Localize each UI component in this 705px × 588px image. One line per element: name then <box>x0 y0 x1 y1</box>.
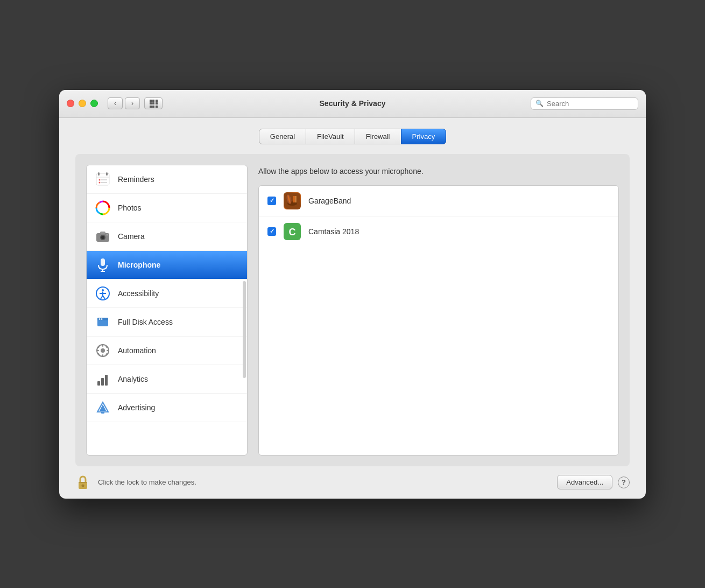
camera-label: Camera <box>118 232 145 241</box>
panel-description: Allow the apps below to access your micr… <box>258 165 619 178</box>
sidebar-item-microphone[interactable]: Microphone <box>87 251 247 279</box>
sidebar-item-photos[interactable]: Photos <box>87 194 247 222</box>
sidebar: Reminders <box>86 165 248 456</box>
grid-icon <box>150 100 158 108</box>
svg-rect-14 <box>101 258 105 266</box>
tab-privacy[interactable]: Privacy <box>401 129 447 144</box>
tab-general[interactable]: General <box>259 129 306 144</box>
camtasia-icon: C <box>284 223 301 240</box>
advertising-icon <box>94 399 111 416</box>
fulldisk-icon <box>94 313 111 331</box>
search-icon: 🔍 <box>535 100 544 107</box>
bottom-right: Advanced... ? <box>557 475 630 489</box>
table-row: ✓ <box>259 186 618 216</box>
maximize-button[interactable] <box>90 100 98 107</box>
accessibility-icon <box>94 285 111 302</box>
svg-point-18 <box>102 289 104 291</box>
sidebar-item-fulldiskaccess[interactable]: Full Disk Access <box>87 308 247 337</box>
svg-rect-29 <box>102 344 103 347</box>
automation-label: Automation <box>118 346 156 355</box>
traffic-lights <box>67 100 98 107</box>
svg-text:C: C <box>289 227 296 237</box>
svg-point-26 <box>101 318 103 320</box>
svg-point-4 <box>99 179 101 180</box>
analytics-icon <box>94 370 111 388</box>
lock-text: Click the lock to make changes. <box>98 478 196 486</box>
svg-rect-30 <box>102 354 103 357</box>
svg-point-59 <box>82 484 84 487</box>
svg-rect-38 <box>101 378 104 386</box>
fulldisk-label: Full Disk Access <box>118 318 173 326</box>
photos-icon <box>94 199 111 216</box>
automation-icon <box>94 342 111 359</box>
svg-rect-2 <box>106 172 108 176</box>
search-box[interactable]: 🔍 <box>531 97 638 110</box>
titlebar: ‹ › Security & Privacy 🔍 <box>59 90 646 118</box>
svg-rect-58 <box>79 482 87 483</box>
camera-icon <box>94 228 111 245</box>
microphone-icon <box>94 256 111 274</box>
forward-button[interactable]: › <box>125 97 140 109</box>
lock-button[interactable] <box>75 475 90 490</box>
content-area: General FileVault Firewall Privacy <box>59 118 646 466</box>
accessibility-label: Accessibility <box>118 289 159 298</box>
grid-button[interactable] <box>144 97 163 109</box>
microphone-label: Microphone <box>118 261 160 269</box>
svg-rect-31 <box>96 350 99 351</box>
camtasia-name: Camtasia 2018 <box>308 227 359 236</box>
svg-point-11 <box>101 236 104 239</box>
table-row: ✓ C Camtasia 2018 <box>259 216 618 247</box>
svg-point-13 <box>107 234 108 235</box>
advertising-label: Advertising <box>118 403 155 412</box>
svg-rect-45 <box>284 193 300 209</box>
back-button[interactable]: ‹ <box>108 97 123 109</box>
tab-filevault[interactable]: FileVault <box>306 129 355 144</box>
camtasia-checkbox[interactable]: ✓ <box>267 227 276 236</box>
reminders-icon <box>94 171 111 188</box>
close-button[interactable] <box>67 100 74 107</box>
search-input[interactable] <box>547 100 633 108</box>
garageband-icon <box>284 192 301 209</box>
reminders-label: Reminders <box>118 175 154 184</box>
help-button[interactable]: ? <box>618 477 630 488</box>
svg-rect-37 <box>97 381 100 386</box>
advanced-button[interactable]: Advanced... <box>557 475 612 489</box>
svg-rect-42 <box>101 412 104 414</box>
svg-point-25 <box>99 318 101 320</box>
svg-rect-1 <box>98 172 100 176</box>
sidebar-item-advertising[interactable]: Advertising <box>87 394 247 422</box>
scrollbar[interactable] <box>243 281 246 378</box>
svg-rect-32 <box>107 350 109 351</box>
bottom-bar: Click the lock to make changes. Advanced… <box>59 466 646 499</box>
sidebar-list: Reminders <box>87 165 247 455</box>
analytics-label: Analytics <box>118 375 148 383</box>
right-panel: Allow the apps below to access your micr… <box>258 165 619 456</box>
sidebar-item-analytics[interactable]: Analytics <box>87 365 247 394</box>
svg-rect-12 <box>100 232 105 234</box>
sidebar-item-reminders[interactable]: Reminders <box>87 165 247 194</box>
window-title: Security & Privacy <box>320 99 386 108</box>
svg-point-5 <box>99 181 101 183</box>
sidebar-item-accessibility[interactable]: Accessibility <box>87 279 247 308</box>
photos-label: Photos <box>118 204 142 212</box>
garageband-name: GarageBand <box>308 197 351 205</box>
main-window: ‹ › Security & Privacy 🔍 General FileVau… <box>59 90 646 499</box>
garageband-checkbox[interactable]: ✓ <box>267 197 276 205</box>
main-panel: Reminders <box>75 154 630 466</box>
sidebar-item-automation[interactable]: Automation <box>87 337 247 365</box>
svg-rect-39 <box>105 375 108 386</box>
svg-point-28 <box>101 348 105 353</box>
svg-line-22 <box>103 296 105 299</box>
tabs-bar: General FileVault Firewall Privacy <box>75 129 630 144</box>
tab-firewall[interactable]: Firewall <box>355 129 401 144</box>
nav-buttons: ‹ › <box>108 97 140 109</box>
sidebar-item-camera[interactable]: Camera <box>87 222 247 251</box>
apps-list: ✓ <box>258 185 619 456</box>
checkmark-icon: ✓ <box>270 197 274 204</box>
checkmark-icon: ✓ <box>270 228 274 235</box>
minimize-button[interactable] <box>79 100 86 107</box>
